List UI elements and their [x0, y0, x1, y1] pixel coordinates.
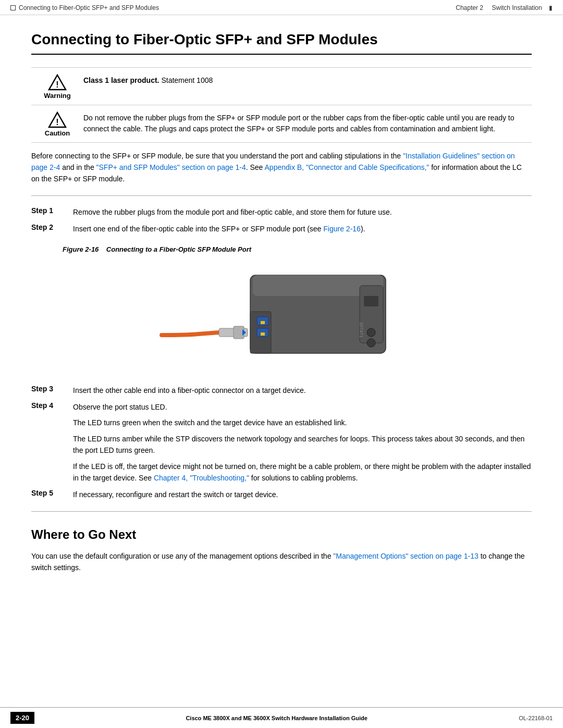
step-3-row: Step 3 Insert the other cable end into a…: [31, 385, 532, 396]
footer-doc-title: Cisco ME 3800X and ME 3600X Switch Hardw…: [186, 715, 367, 721]
page-number: 2-20: [10, 712, 34, 724]
figure-number: Figure 2-16: [63, 245, 99, 253]
caution-text: Do not remove the rubber plugs from the …: [83, 110, 532, 134]
caution-icon-col: ! Caution: [31, 110, 83, 137]
step-4-content: Observe the port status LED. The LED tur…: [73, 401, 532, 484]
figure-title: Connecting to a Fiber-Optic SFP Module P…: [106, 245, 251, 253]
main-content: Connecting to Fiber-Optic SFP+ and SFP M…: [0, 15, 563, 601]
step-2-content: Insert one end of the fiber-optic cable …: [73, 223, 532, 235]
warning-label: Warning: [44, 92, 71, 100]
warning-block: ! Warning Class 1 laser product. Stateme…: [31, 67, 532, 105]
step-3-label: Step 3: [31, 385, 73, 396]
svg-text:!: !: [56, 118, 58, 127]
section-divider-1: [31, 195, 532, 196]
warning-triangle-icon: !: [48, 74, 67, 91]
warning-icon-col: ! Warning: [31, 73, 83, 100]
step-4-para-3: If the LED is off, the target device mig…: [73, 461, 532, 484]
caution-label: Caution: [45, 129, 70, 137]
page-footer: 2-20 Cisco ME 3800X and ME 3600X Switch …: [0, 707, 563, 728]
figure-image: 207471: [156, 260, 407, 374]
step-3-content: Insert the other cable end into a fiber-…: [73, 385, 532, 396]
step-2-label: Step 2: [31, 223, 73, 235]
page-title: Connecting to Fiber-Optic SFP+ and SFP M…: [31, 31, 532, 55]
chapter-info: Chapter 2 Switch Installation ▮: [456, 4, 553, 11]
link-management-options[interactable]: "Management Options" section on page 1-1…: [333, 552, 478, 560]
header-bar: ▮: [549, 4, 553, 11]
link-chapter-4[interactable]: Chapter 4, "Troubleshooting,": [154, 474, 249, 482]
svg-text:!: !: [56, 80, 58, 89]
link-sfp-modules[interactable]: "SFP+ and SFP Modules" section on page 1…: [96, 163, 246, 171]
page-header: Connecting to Fiber-Optic SFP+ and SFP M…: [0, 0, 563, 15]
chapter-title-header: Switch Installation: [492, 4, 542, 11]
chapter-label: Chapter 2: [456, 4, 483, 11]
step-1-label: Step 1: [31, 206, 73, 218]
step-1-row: Step 1 Remove the rubber plugs from the …: [31, 206, 532, 218]
header-square-icon: [10, 5, 16, 10]
warning-bold-text: Class 1 laser product.: [83, 76, 160, 84]
svg-rect-10: [261, 332, 265, 336]
svg-rect-12: [364, 296, 378, 306]
step-2-row: Step 2 Insert one end of the fiber-optic…: [31, 223, 532, 235]
caution-triangle-icon: !: [48, 112, 67, 128]
svg-point-13: [367, 328, 375, 337]
svg-point-14: [367, 339, 375, 347]
warning-normal-text: Statement 1008: [160, 76, 213, 84]
step-1-content: Remove the rubber plugs from the module …: [73, 206, 532, 218]
svg-rect-9: [261, 321, 265, 324]
figure-watermark: 207471: [359, 322, 364, 338]
step-5-label: Step 5: [31, 489, 73, 500]
section-divider-2: [31, 511, 532, 512]
footer-doc-number: OL-22168-01: [519, 715, 553, 721]
step-5-content: If necessary, reconfigure and restart th…: [73, 489, 532, 500]
step-4-main-text: Observe the port status LED.: [73, 401, 532, 413]
breadcrumb: Connecting to Fiber-Optic SFP+ and SFP M…: [10, 4, 159, 11]
breadcrumb-text: Connecting to Fiber-Optic SFP+ and SFP M…: [19, 4, 159, 11]
figure-caption: Figure 2-16 Connecting to a Fiber-Optic …: [31, 245, 532, 253]
figure-container: Figure 2-16 Connecting to a Fiber-Optic …: [31, 245, 532, 374]
step-4-para-2: The LED turns amber while the STP discov…: [73, 433, 532, 456]
link-appendix-b[interactable]: Appendix B, "Connector and Cable Specifi…: [265, 163, 430, 171]
intro-paragraph: Before connecting to the SFP+ or SFP mod…: [31, 150, 532, 185]
step-4-para-1: The LED turns green when the switch and …: [73, 417, 532, 428]
where-to-go-heading: Where to Go Next: [31, 527, 532, 542]
where-to-go-para: You can use the default configuration or…: [31, 550, 532, 574]
step-5-row: Step 5 If necessary, reconfigure and res…: [31, 489, 532, 500]
link-figure-2-16[interactable]: Figure 2-16: [323, 225, 361, 233]
step-4-row: Step 4 Observe the port status LED. The …: [31, 401, 532, 484]
step-4-label: Step 4: [31, 401, 73, 484]
warning-text: Class 1 laser product. Statement 1008: [83, 73, 532, 86]
caution-block: ! Caution Do not remove the rubber plugs…: [31, 105, 532, 143]
steps-section: Step 1 Remove the rubber plugs from the …: [31, 206, 532, 501]
